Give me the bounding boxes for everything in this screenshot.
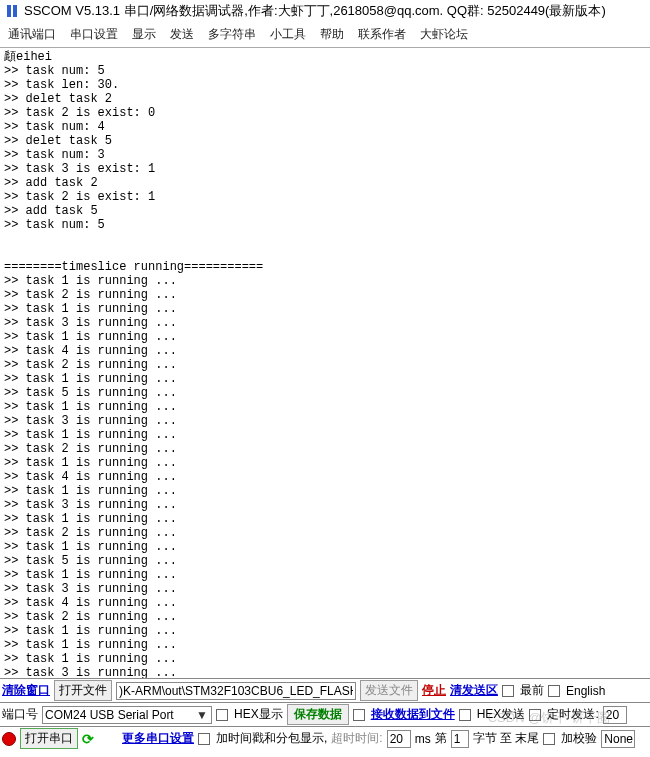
timeout-label: 超时时间: [331,730,382,747]
hex-send-checkbox[interactable] [459,709,471,721]
chevron-down-icon: ▼ [195,708,209,722]
title-bar: SSCOM V5.13.1 串口/网络数据调试器,作者:大虾丁丁,2618058… [0,0,650,22]
toolbar-row-3: 打开串口 ⟳ 更多串口设置 加时间戳和分包显示, 超时时间: ms 第 字节 至… [0,726,650,750]
port-label: 端口号 [2,706,38,723]
timeout-input[interactable] [387,730,411,748]
hex-display-checkbox[interactable] [216,709,228,721]
refresh-icon[interactable]: ⟳ [82,731,94,747]
svg-rect-0 [7,5,11,17]
clear-send-button[interactable]: 清发送区 [450,682,498,699]
svg-rect-1 [13,5,17,17]
english-label: English [566,684,605,698]
menu-display[interactable]: 显示 [132,26,156,43]
file-path-input[interactable] [116,682,356,700]
open-serial-button[interactable]: 打开串口 [20,728,78,749]
menu-serial-settings[interactable]: 串口设置 [70,26,118,43]
port-dropdown[interactable]: COM24 USB Serial Port ▼ [42,706,212,724]
menu-send[interactable]: 发送 [170,26,194,43]
recv-to-file-link[interactable]: 接收数据到文件 [371,706,455,723]
terminal-output: 頿eihei >> task num: 5 >> task len: 30. >… [0,48,650,678]
menu-contact[interactable]: 联系作者 [358,26,406,43]
menu-help[interactable]: 帮助 [320,26,344,43]
stop-button[interactable]: 停止 [422,682,446,699]
more-settings-button[interactable]: 更多串口设置 [122,730,194,747]
menu-bar: 通讯端口 串口设置 显示 发送 多字符串 小工具 帮助 联系作者 大虾论坛 [0,22,650,48]
checksum-dropdown[interactable]: None [601,730,635,748]
timestamp-label: 加时间戳和分包显示, [216,730,327,747]
hex-display-label: HEX显示 [234,706,283,723]
app-icon [4,3,20,19]
checksum-checkbox[interactable] [543,733,555,745]
topmost-label: 最前 [520,682,544,699]
checksum-label: 加校验 [561,730,597,747]
port-value: COM24 USB Serial Port [45,708,195,722]
menu-comm-port[interactable]: 通讯端口 [8,26,56,43]
hex-send-label: HEX发送 [477,706,526,723]
timed-send-checkbox[interactable] [529,709,541,721]
menu-tools[interactable]: 小工具 [270,26,306,43]
timed-send-label: 定时发送: [547,706,598,723]
toolbar-row-2: 端口号 COM24 USB Serial Port ▼ HEX显示 保存数据 接… [0,702,650,726]
bytes-end-label: 字节 至 末尾 [473,730,540,747]
timestamp-checkbox[interactable] [198,733,210,745]
nth-label: 第 [435,730,447,747]
open-file-button[interactable]: 打开文件 [54,680,112,701]
ms-label: ms [415,732,431,746]
timed-send-input[interactable] [603,706,627,724]
english-checkbox[interactable] [548,685,560,697]
send-file-button[interactable]: 发送文件 [360,680,418,701]
record-icon[interactable] [2,732,16,746]
nth-input[interactable] [451,730,469,748]
recv-file-checkbox[interactable] [353,709,365,721]
menu-forum[interactable]: 大虾论坛 [420,26,468,43]
clear-window-button[interactable]: 清除窗口 [2,682,50,699]
checksum-value: None [604,732,633,746]
window-title: SSCOM V5.13.1 串口/网络数据调试器,作者:大虾丁丁,2618058… [24,2,606,20]
topmost-checkbox[interactable] [502,685,514,697]
menu-multi-string[interactable]: 多字符串 [208,26,256,43]
toolbar-row-1: 清除窗口 打开文件 发送文件 停止 清发送区 最前 English [0,678,650,702]
save-data-button[interactable]: 保存数据 [287,704,349,725]
